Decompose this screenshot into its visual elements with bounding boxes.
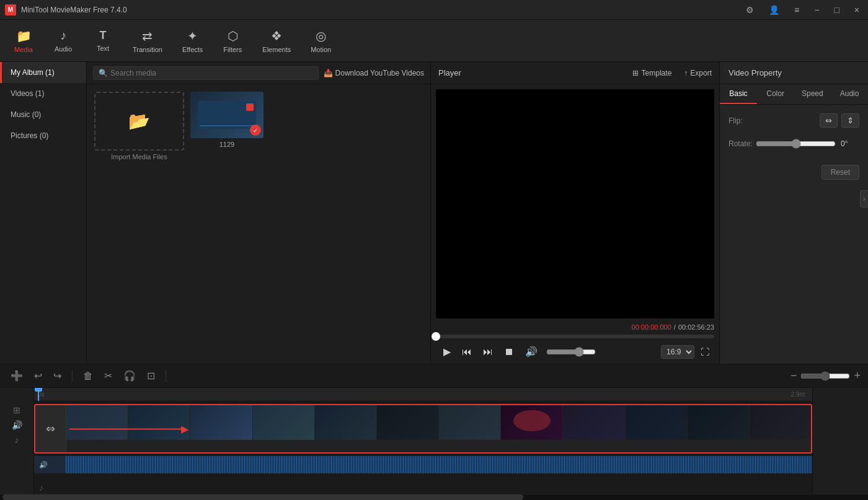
sidebar-item-album[interactable]: My Album (1) [0, 62, 86, 83]
undo-btn[interactable]: ↩ [31, 369, 45, 383]
close-btn[interactable]: × [851, 4, 863, 16]
sidebar-item-music[interactable]: Music (0) [0, 104, 86, 125]
stop-btn[interactable]: ⏹ [502, 345, 516, 359]
delete-btn[interactable]: 🗑 [80, 369, 96, 383]
crop-btn[interactable]: ⊡ [144, 369, 158, 383]
search-icon: 🔍 [99, 69, 108, 77]
tab-audio[interactable]: Audio [831, 84, 868, 104]
template-btn[interactable]: ⊞ Template [627, 67, 677, 79]
rotate-value: 0° [841, 139, 859, 148]
frame-9 [563, 405, 624, 440]
rotate-controls: 0° [756, 139, 859, 149]
toolbar-motion[interactable]: ◎ Motion [302, 25, 340, 57]
import-media-label: Import Media Files [111, 153, 167, 160]
timeline-area: ➕ ↩ ↪ 🗑 ✂ 🎧 ⊡ − + ⊞ 🔊 [0, 364, 868, 500]
prev-btn[interactable]: ⏮ [459, 345, 474, 359]
toolbar-media[interactable]: 📁 Media [5, 25, 42, 57]
download-youtube-btn[interactable]: 📥 Download YouTube Videos [324, 69, 424, 77]
time-total: 00:02:56:23 [678, 323, 714, 331]
video-track: 2.9m ⇔ ▶ [34, 404, 812, 454]
add-media-btn[interactable]: ➕ [7, 369, 26, 383]
track-resize-handle[interactable]: ⇔ [35, 405, 66, 452]
app-logo: M [5, 4, 16, 15]
export-btn[interactable]: ↑ Export [684, 69, 712, 77]
timeline-right[interactable]: 0s 2.9m 2.9m ⇔ [34, 388, 812, 494]
media-panel: 🔍 📥 Download YouTube Videos 📂 Impor [87, 62, 431, 364]
play-btn[interactable]: ▶ [441, 344, 453, 359]
scrollbar-thumb[interactable] [2, 494, 523, 500]
settings-btn[interactable]: ⚙ [742, 4, 758, 16]
flip-horizontal-btn[interactable]: ⇔ [820, 113, 838, 128]
elements-icon: ❖ [271, 29, 282, 43]
tab-color[interactable]: Color [757, 84, 794, 104]
toolbar-audio[interactable]: ♪ Audio [45, 25, 82, 56]
property-tabs: Basic Color Speed Audio [720, 84, 868, 105]
audio-track-mute-icon[interactable]: 🔊 [39, 461, 48, 469]
player-header-right: ⊞ Template ↑ Export [627, 67, 712, 79]
zoom-out-btn[interactable]: − [790, 369, 797, 382]
frame-7 [439, 405, 500, 440]
playhead-top [35, 388, 42, 392]
property-content: Flip: ⇔ ⇕ Rotate: 0° Re [720, 105, 868, 364]
volume-slider[interactable] [546, 347, 596, 357]
search-input[interactable] [110, 69, 313, 77]
minimize-btn[interactable]: − [810, 4, 823, 16]
flip-buttons: ⇔ ⇕ [820, 113, 859, 128]
reset-btn[interactable]: Reset [822, 165, 859, 180]
sidebar-item-pictures[interactable]: Pictures (0) [0, 125, 86, 146]
zoom-slider[interactable] [800, 371, 850, 381]
text-icon: T [100, 29, 107, 42]
playhead[interactable] [38, 388, 39, 401]
audio-track-icon: 🔊 [12, 420, 22, 430]
import-media-box[interactable]: 📂 [94, 92, 184, 151]
aspect-ratio-select[interactable]: 16:9 4:3 1:1 9:16 [661, 345, 694, 359]
user-btn[interactable]: 👤 [765, 4, 783, 16]
player-header: Player ⊞ Template ↑ Export [431, 62, 719, 84]
toolbar-transition[interactable]: ⇄ Transition [124, 25, 171, 57]
media-label: Media [14, 46, 33, 53]
timeline-scrollbar[interactable] [0, 494, 868, 500]
sidebar: My Album (1) Videos (1) Music (0) Pictur… [0, 62, 87, 364]
fullscreen-btn[interactable]: ⛶ [701, 347, 709, 357]
zoom-controls: − + [790, 369, 861, 382]
download-icon: 📥 [324, 69, 333, 77]
template-icon: ⊞ [632, 69, 639, 77]
timeline-left: ⊞ 🔊 ♪ [0, 388, 34, 494]
tab-speed[interactable]: Speed [794, 84, 831, 104]
elements-label: Elements [262, 46, 291, 53]
media-thumbnail[interactable]: ✓ 1129 [190, 92, 264, 356]
toolbar-text[interactable]: T Text [84, 25, 122, 56]
collapse-panel-btn[interactable]: › [860, 190, 868, 208]
detach-audio-btn[interactable]: 🎧 [120, 369, 139, 383]
progress-knob[interactable] [432, 332, 440, 341]
maximize-btn[interactable]: □ [830, 4, 843, 16]
redo-btn[interactable]: ↪ [50, 369, 64, 383]
arrow-line [69, 428, 181, 429]
player-timeline: 00:00:00:000 / 00:02:56:23 ▶ ⏮ ⏭ ⏹ 🔊 [431, 323, 719, 364]
next-btn[interactable]: ⏭ [480, 345, 495, 359]
title-bar-left: M MiniTool MovieMaker Free 7.4.0 [5, 4, 127, 15]
search-box[interactable]: 🔍 [93, 66, 319, 80]
menu-btn[interactable]: ≡ [790, 4, 803, 16]
timeline-ruler: 0s 2.9m [34, 388, 812, 401]
tab-basic[interactable]: Basic [720, 84, 757, 104]
zoom-in-btn[interactable]: + [854, 369, 861, 382]
arrow-tip: ▶ [181, 423, 188, 435]
motion-icon: ◎ [316, 29, 326, 43]
media-grid: 📂 Import Media Files [87, 84, 430, 364]
frame-11 [688, 405, 749, 440]
music-track: ♪ [34, 473, 812, 494]
frame-4 [253, 405, 314, 440]
toolbar-effects[interactable]: ✦ Effects [174, 25, 211, 57]
timeline-content: ⊞ 🔊 ♪ 0s 2.9m [0, 388, 868, 494]
toolbar-filters[interactable]: ⬡ Filters [214, 25, 251, 57]
volume-btn[interactable]: 🔊 [523, 344, 540, 359]
rotate-slider[interactable] [756, 139, 836, 149]
flip-vertical-btn[interactable]: ⇕ [841, 113, 859, 128]
sidebar-item-videos[interactable]: Videos (1) [0, 83, 86, 104]
cut-btn[interactable]: ✂ [101, 369, 115, 383]
filters-label: Filters [223, 46, 242, 53]
toolbar-elements[interactable]: ❖ Elements [254, 25, 299, 57]
progress-bar-container[interactable] [436, 335, 714, 338]
media-check-mark: ✓ [250, 125, 261, 136]
